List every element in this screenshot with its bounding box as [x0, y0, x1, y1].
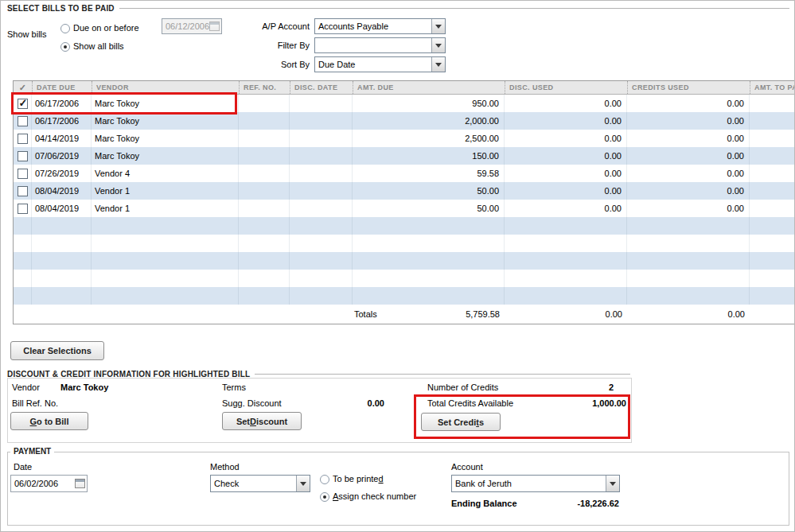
- totals-label: Totals: [354, 309, 377, 319]
- payment-account-label: Account: [451, 462, 483, 472]
- due-on-or-before-label: Due on or before: [73, 23, 139, 33]
- col-header-amt-due: AMT. DUE: [353, 81, 505, 94]
- col-header-ref-no: REF. NO.: [239, 81, 290, 94]
- cell-vendor: Marc Tokoy: [92, 130, 239, 147]
- empty-row: [14, 235, 795, 252]
- pay-bills-panel: SELECT BILLS TO BE PAID Show bills Due o…: [0, 0, 795, 532]
- chevron-down-icon: [296, 476, 310, 491]
- cell-disc-date: [290, 112, 353, 130]
- cell-date-due: 08/04/2019: [32, 182, 92, 200]
- bill-row-4[interactable]: 07/26/2019 Vendor 4 59.58 0.00 0.00: [14, 165, 795, 182]
- cell-date-due: 06/17/2006: [32, 95, 92, 112]
- cell-vendor: Vendor 4: [92, 165, 239, 182]
- checkmark-icon: ✓: [19, 83, 27, 93]
- filter-by-label: Filter By: [224, 41, 310, 50]
- due-date-input[interactable]: 06/12/2006: [162, 18, 222, 34]
- cell-amt-due: 50.00: [353, 182, 505, 200]
- cell-disc-date: [290, 95, 353, 112]
- cell-ref-no: [239, 147, 290, 165]
- payment-date-input[interactable]: 06/02/2006: [10, 475, 88, 492]
- calendar-icon[interactable]: [75, 479, 85, 488]
- assign-check-number-label: Assign check number: [333, 491, 416, 501]
- cell-credits-used: 0.00: [627, 200, 750, 217]
- calendar-icon[interactable]: [209, 21, 220, 31]
- bill-row-checkbox[interactable]: [18, 151, 28, 161]
- select-bills-section-title: SELECT BILLS TO BE PAID: [7, 4, 115, 13]
- bill-ref-no-label: Bill Ref. No.: [12, 398, 58, 408]
- to-be-printed-label: To be printed: [333, 474, 384, 483]
- vendor-value: Marc Tokoy: [60, 382, 108, 392]
- assign-check-number-radio[interactable]: [320, 492, 329, 502]
- chevron-down-icon: [431, 19, 445, 33]
- cell-disc-used: 0.00: [505, 182, 627, 200]
- total-credits-available-value: 1,000.00: [542, 398, 626, 408]
- cell-credits-used: 0.00: [627, 130, 750, 147]
- cell-ref-no: [239, 130, 290, 147]
- go-to-bill-button[interactable]: Go to Bill: [10, 412, 88, 430]
- cell-amt-due: 59.58: [353, 165, 505, 182]
- vendor-label: Vendor: [12, 382, 40, 392]
- cell-date-due: 07/26/2019: [32, 165, 92, 182]
- chevron-down-icon: [606, 476, 619, 491]
- cell-disc-used: 0.00: [505, 130, 627, 147]
- total-credits-available-label: Total Credits Available: [427, 398, 513, 408]
- set-credits-button[interactable]: Set Credits: [421, 413, 501, 431]
- empty-row: [14, 270, 795, 287]
- payment-account-select[interactable]: Bank of Jeruth: [451, 475, 620, 492]
- bill-row-checkbox[interactable]: [18, 116, 28, 126]
- bill-row-1[interactable]: 06/17/2006 Marc Tokoy 2,000.00 0.00 0.00: [14, 112, 795, 130]
- cell-ref-no: [239, 95, 290, 112]
- bill-row-5[interactable]: 08/04/2019 Vendor 1 50.00 0.00 0.00: [14, 182, 795, 200]
- ap-account-select[interactable]: Accounts Payable: [314, 18, 446, 34]
- payment-method-select[interactable]: Check: [210, 475, 310, 492]
- number-of-credits-label: Number of Credits: [427, 382, 498, 392]
- col-header-vendor: VENDOR: [92, 81, 239, 94]
- bill-row-6[interactable]: 08/04/2019 Vendor 1 50.00 0.00 0.00: [14, 200, 795, 217]
- payment-method-label: Method: [210, 462, 240, 472]
- totals-credits-used: 0.00: [627, 305, 750, 324]
- filter-by-select[interactable]: [314, 37, 446, 53]
- bill-row-checkbox[interactable]: [18, 99, 28, 109]
- to-be-printed-radio[interactable]: [320, 475, 329, 484]
- terms-label: Terms: [222, 382, 246, 392]
- set-discount-button[interactable]: Set Discount: [222, 412, 302, 430]
- sort-by-label: Sort By: [224, 60, 310, 69]
- cell-disc-date: [290, 200, 353, 217]
- totals-disc-used: 0.00: [505, 305, 627, 324]
- cell-disc-used: 0.00: [505, 112, 627, 130]
- cell-amt-due: 150.00: [353, 147, 505, 165]
- sugg-discount-label: Sugg. Discount: [222, 398, 282, 408]
- cell-amt-to-pay: [750, 112, 795, 130]
- ending-balance-value: -18,226.62: [510, 499, 619, 508]
- cell-date-due: 08/04/2019: [32, 200, 92, 217]
- due-on-or-before-radio[interactable]: [60, 24, 70, 33]
- cell-disc-used: 0.00: [505, 147, 627, 165]
- bills-table-header: ✓ DATE DUE VENDOR REF. NO. DISC. DATE AM…: [14, 81, 795, 95]
- bill-row-checkbox[interactable]: [18, 204, 28, 214]
- cell-amt-to-pay: [750, 130, 795, 147]
- cell-disc-date: [290, 182, 353, 200]
- clear-selections-button[interactable]: Clear Selections: [10, 341, 104, 360]
- empty-row: [14, 287, 795, 305]
- cell-amt-to-pay: [750, 147, 795, 165]
- bill-row-checkbox[interactable]: [18, 186, 28, 196]
- select-bills-section-header: SELECT BILLS TO BE PAID: [7, 4, 789, 13]
- show-all-bills-radio[interactable]: [60, 42, 70, 52]
- bill-row-2[interactable]: 04/14/2019 Marc Tokoy 2,500.00 0.00 0.00: [14, 130, 795, 147]
- sort-by-select[interactable]: Due Date: [314, 56, 446, 72]
- bill-row-3[interactable]: 07/06/2019 Marc Tokoy 150.00 0.00 0.00: [14, 147, 795, 165]
- bill-row-checkbox[interactable]: [18, 134, 28, 144]
- bill-row-0[interactable]: 06/17/2006 Marc Tokoy 950.00 0.00 0.00: [14, 95, 795, 112]
- ap-account-label: A/P Account: [224, 21, 310, 31]
- number-of-credits-value: 2: [542, 382, 614, 392]
- cell-amt-due: 50.00: [353, 200, 505, 217]
- cell-amt-to-pay: [750, 95, 795, 112]
- bill-row-checkbox[interactable]: [18, 169, 28, 179]
- totals-amt-due: 5,759.58: [466, 309, 501, 319]
- cell-ref-no: [239, 112, 290, 130]
- cell-vendor: Marc Tokoy: [92, 147, 239, 165]
- empty-row: [14, 252, 795, 270]
- col-header-credits-used: CREDITS USED: [627, 81, 750, 94]
- select-all-header[interactable]: ✓: [14, 81, 32, 94]
- payment-box: [7, 452, 789, 526]
